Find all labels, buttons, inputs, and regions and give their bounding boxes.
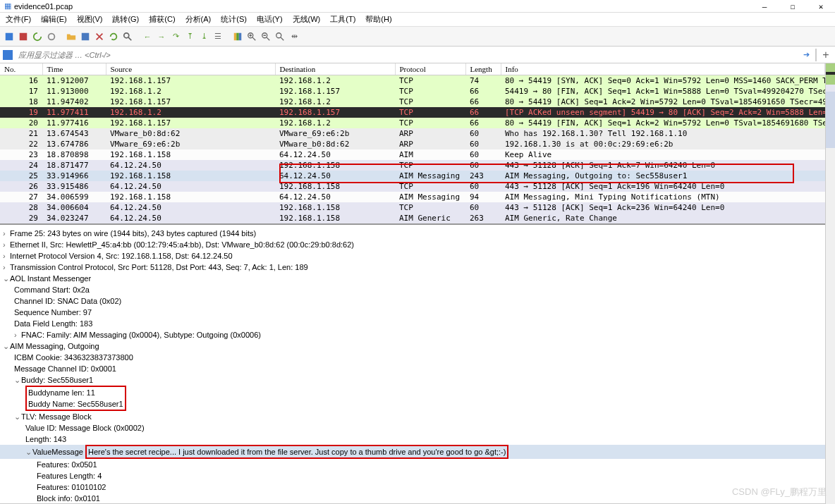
channel-id: Channel ID: SNAC Data (0x02) xyxy=(0,295,825,307)
window-controls: — ☐ ✕ xyxy=(750,0,835,13)
message-channel-id: Message Channel ID: 0x0001 xyxy=(0,363,825,374)
menu-item[interactable]: 视图(V) xyxy=(77,14,103,25)
go-forward-icon[interactable]: → xyxy=(155,30,168,43)
restart-icon[interactable] xyxy=(31,30,44,43)
zoom-out-icon[interactable] xyxy=(260,30,272,43)
goto-last-icon[interactable]: ⤓ xyxy=(197,30,210,43)
tlv-node[interactable]: ⌄TLV: Message Block xyxy=(0,411,825,422)
menu-item[interactable]: 帮助(H) xyxy=(365,14,391,25)
minimize-button[interactable]: — xyxy=(750,0,779,13)
svg-rect-0 xyxy=(6,32,13,40)
svg-rect-3 xyxy=(82,32,90,40)
column-header[interactable]: No. xyxy=(0,63,42,75)
maximize-button[interactable]: ☐ xyxy=(779,0,807,13)
filter-bookmark-icon[interactable] xyxy=(3,50,13,60)
packet-row[interactable]: 2213.674786VMware_69:e6:2bVMware_b0:8d:6… xyxy=(0,139,825,149)
packet-row[interactable]: 2734.006599192.168.1.15864.12.24.50AIM M… xyxy=(0,192,825,202)
column-header[interactable]: Length xyxy=(465,63,501,75)
start-capture-icon[interactable] xyxy=(3,30,16,43)
filter-add-icon[interactable]: + xyxy=(819,49,832,61)
filter-bar: ➔ + xyxy=(0,47,835,63)
display-filter-input[interactable] xyxy=(16,49,800,61)
packet-row[interactable]: 2934.02324764.12.24.50192.168.1.158AIM G… xyxy=(0,213,825,223)
features-length: Features Length: 4 xyxy=(0,470,825,481)
window-title: evidence01.pcap xyxy=(14,2,73,11)
find-icon[interactable] xyxy=(121,30,134,43)
goto-first-icon[interactable]: ⤒ xyxy=(183,30,196,43)
column-header[interactable]: Destination xyxy=(275,63,395,75)
menu-item[interactable]: 工具(T) xyxy=(330,14,355,25)
auto-scroll-icon[interactable]: ☰ xyxy=(212,30,224,43)
column-header[interactable]: Source xyxy=(106,63,275,75)
minimap-gutter[interactable] xyxy=(825,63,835,504)
packet-row[interactable]: 2011.977416192.168.1.157192.168.1.2TCP66… xyxy=(0,118,825,128)
menu-bar: 文件(F)编辑(E)视图(V)跳转(G)捕获(C)分析(A)统计(S)电话(Y)… xyxy=(0,13,835,27)
open-icon[interactable] xyxy=(65,30,78,43)
colorize-icon[interactable] xyxy=(231,30,244,43)
app-icon: ▦ xyxy=(4,1,11,11)
packet-row[interactable]: 2533.914966192.168.1.15864.12.24.50AIM M… xyxy=(0,171,825,181)
go-back-icon[interactable]: ← xyxy=(141,30,154,43)
menu-item[interactable]: 无线(W) xyxy=(293,14,321,25)
annotation-redbox-message: Here's the secret recipe... I just downl… xyxy=(85,445,508,459)
tcp-node[interactable]: ›Transmission Control Protocol, Src Port… xyxy=(0,262,825,273)
packet-details[interactable]: ›Frame 25: 243 bytes on wire (1944 bits)… xyxy=(0,225,825,504)
packet-row[interactable]: 1611.912007192.168.1.157192.168.1.2TCP74… xyxy=(0,75,825,87)
column-header[interactable]: Protocol xyxy=(395,63,465,75)
ethernet-node[interactable]: ›Ethernet II, Src: HewlettP_45:a4:bb (00… xyxy=(0,239,825,250)
stop-capture-icon[interactable] xyxy=(17,30,30,43)
aim-outgoing-node[interactable]: ⌄AIM Messaging, Outgoing xyxy=(0,340,825,352)
fnac-node[interactable]: ›FNAC: Family: AIM Messaging (0x0004), S… xyxy=(0,329,825,340)
length-143: Length: 143 xyxy=(0,434,825,445)
frame-node[interactable]: ›Frame 25: 243 bytes on wire (1944 bits)… xyxy=(0,228,825,239)
packet-row[interactable]: 2834.00660464.12.24.50192.168.1.158TCP60… xyxy=(0,202,825,213)
svg-rect-5 xyxy=(234,32,237,40)
svg-rect-1 xyxy=(20,32,28,40)
block-info: Block info: 0x0101 xyxy=(0,493,825,504)
menu-item[interactable]: 电话(Y) xyxy=(257,14,283,25)
packet-row[interactable]: 2318.870898192.168.1.15864.12.24.50AIM60… xyxy=(0,149,825,160)
value-id: Value ID: Message Block (0x0002) xyxy=(0,422,825,434)
menu-item[interactable]: 编辑(E) xyxy=(41,14,67,25)
svg-rect-6 xyxy=(236,32,239,40)
close-button[interactable]: ✕ xyxy=(807,0,835,13)
packet-row[interactable]: 2418.87147764.12.24.50192.168.1.158TCP60… xyxy=(0,160,825,171)
buddy-node[interactable]: ⌄Buddy: Sec558user1 xyxy=(0,374,825,386)
svg-point-10 xyxy=(276,32,281,37)
aim-node[interactable]: ⌄AOL Instant Messenger xyxy=(0,273,825,284)
value-message-node[interactable]: ⌄ValueMessage Here's the secret recipe..… xyxy=(0,445,825,459)
data-field-length: Data Field Length: 183 xyxy=(0,318,825,329)
jump-icon[interactable]: ↷ xyxy=(169,30,182,43)
icbm-cookie: ICBM Cookie: 3436323837373800 xyxy=(0,352,825,363)
packet-list[interactable]: No.TimeSourceDestinationProtocolLengthIn… xyxy=(0,63,825,225)
zoom-in-icon[interactable] xyxy=(245,30,258,43)
options-icon[interactable] xyxy=(45,30,58,43)
ip-node[interactable]: ›Internet Protocol Version 4, Src: 192.1… xyxy=(0,250,825,262)
menu-item[interactable]: 捕获(C) xyxy=(149,14,175,25)
packet-row[interactable]: 2633.91548664.12.24.50192.168.1.158TCP60… xyxy=(0,181,825,192)
resize-cols-icon[interactable]: ⇹ xyxy=(288,30,300,43)
column-header[interactable]: Info xyxy=(501,63,825,75)
title-bar: ▦ evidence01.pcap — ☐ ✕ xyxy=(0,0,835,13)
zoom-reset-icon[interactable] xyxy=(274,30,286,43)
save-icon[interactable] xyxy=(79,30,92,43)
menu-item[interactable]: 跳转(G) xyxy=(112,14,139,25)
packet-row[interactable]: 1811.947402192.168.1.157192.168.1.2TCP66… xyxy=(0,97,825,107)
svg-point-4 xyxy=(124,32,129,37)
packet-row[interactable]: 1711.913000192.168.1.2192.168.1.157TCP66… xyxy=(0,86,825,97)
buddy-block: Buddyname len: 11 Buddy Name: Sec558user… xyxy=(0,386,825,411)
svg-rect-7 xyxy=(239,32,242,40)
filter-apply-icon[interactable]: ➔ xyxy=(800,49,812,61)
cmd-start: Command Start: 0x2a xyxy=(0,284,825,295)
packet-row[interactable]: 1911.977411192.168.1.2192.168.1.157TCP66… xyxy=(0,107,825,118)
svg-point-2 xyxy=(49,33,55,39)
packet-row[interactable]: 2113.674543VMware_b0:8d:62VMware_69:e6:2… xyxy=(0,128,825,139)
menu-item[interactable]: 分析(A) xyxy=(185,14,212,25)
toolbar: ← → ↷ ⤒ ⤓ ☰ ⇹ xyxy=(0,27,835,47)
menu-item[interactable]: 文件(F) xyxy=(6,14,31,25)
features-1: Features: 0x0501 xyxy=(0,459,825,470)
column-header[interactable]: Time xyxy=(42,63,106,75)
close-file-icon[interactable] xyxy=(93,30,106,43)
reload-icon[interactable] xyxy=(107,30,120,43)
menu-item[interactable]: 统计(S) xyxy=(221,14,247,25)
